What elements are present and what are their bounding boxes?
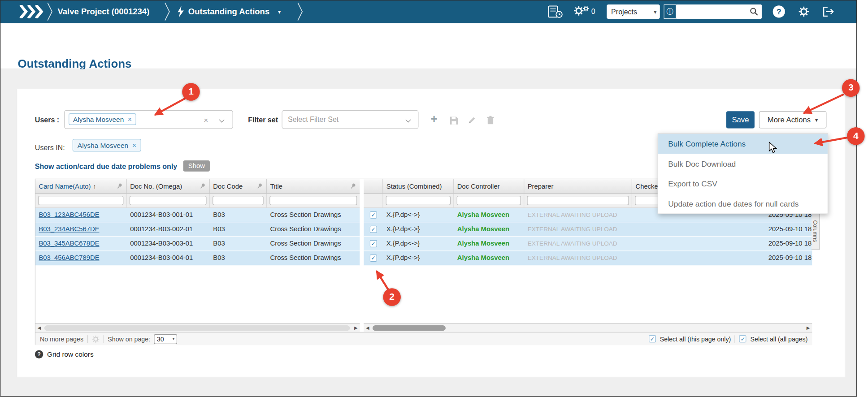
breadcrumb-separator-icon: [164, 2, 170, 21]
card-link[interactable]: B03_234ABC567DE: [39, 225, 99, 233]
doc-no-filter-input[interactable]: [130, 196, 207, 205]
grid-footer: No more pages Show on page: 30 ▾ ✓ Selec…: [35, 332, 812, 345]
scrollbar-thumb[interactable]: [373, 325, 446, 330]
caret-down-icon: ▾: [815, 117, 818, 123]
table-row[interactable]: B03_345ABC678DE 0001234-B03-003-01 B03 C…: [35, 237, 360, 251]
title-filter-input[interactable]: [269, 196, 357, 205]
pin-icon[interactable]: [257, 183, 263, 190]
doc-controller-cell: Alysha Mosveen: [454, 222, 524, 236]
projects-dropdown[interactable]: Projects ▾: [607, 4, 660, 19]
filter-set-select[interactable]: Select Filter Set: [282, 110, 418, 129]
logout-icon[interactable]: [823, 6, 835, 17]
scroll-left-button[interactable]: ◀: [364, 325, 371, 330]
due-date-problems-link[interactable]: Show action/card due date problems only: [35, 162, 178, 171]
column-header-label: Doc Code: [213, 182, 243, 190]
column-header-label: Preparer: [528, 182, 554, 190]
card-link[interactable]: B03_456ABC789DE: [39, 254, 99, 262]
save-button[interactable]: Save: [726, 111, 755, 128]
menu-item-update-action-due-dates[interactable]: Update action due dates for null cards: [658, 194, 828, 213]
column-header-card-name[interactable]: Card Name(Auto) ↑: [35, 179, 127, 193]
remove-user-icon[interactable]: ×: [128, 115, 132, 124]
users-label: Users :: [35, 116, 59, 124]
breadcrumb-project[interactable]: Valve Project (0001234): [57, 0, 149, 23]
column-header-doc-no[interactable]: Doc No. (Omega): [127, 179, 210, 193]
check-icon: ✓: [371, 208, 376, 222]
column-header-title[interactable]: Title: [267, 179, 360, 193]
row-checkbox[interactable]: ✓: [370, 255, 377, 262]
select-all-pages-checkbox[interactable]: ✓: [739, 335, 746, 342]
settings-gear-icon[interactable]: [798, 6, 809, 17]
show-button[interactable]: Show: [183, 160, 210, 172]
scroll-right-button[interactable]: ▶: [804, 325, 812, 330]
status-cell: X.{P.dp<->}: [383, 237, 454, 250]
add-filter-set-button[interactable]: +: [431, 113, 438, 125]
delete-filter-set-icon[interactable]: [486, 116, 494, 125]
table-row[interactable]: ✓ X.{P.dp<->} Alysha Mosveen EXTERNAL AW…: [364, 222, 812, 237]
column-header-preparer[interactable]: Preparer: [524, 179, 632, 193]
table-row[interactable]: B03_234ABC567DE 0001234-B03-002-01 B03 C…: [35, 222, 360, 237]
breadcrumb-chevron-down-icon[interactable]: ▾: [278, 0, 281, 23]
column-header-status[interactable]: Status (Combined): [383, 179, 454, 193]
columns-side-tab[interactable]: Columns: [812, 213, 820, 249]
menu-item-bulk-doc-download[interactable]: Bulk Doc Download: [658, 154, 828, 173]
select-all-page-checkbox[interactable]: ✓: [649, 335, 656, 342]
pin-icon[interactable]: [351, 183, 357, 190]
filter-cell: [524, 194, 632, 207]
page-size-select[interactable]: 30 ▾: [154, 334, 178, 344]
help-button[interactable]: ?: [773, 5, 785, 17]
remove-user-filter-icon[interactable]: ×: [132, 141, 136, 150]
table-row[interactable]: ✓ X.{P.dp<->} Alysha Mosveen EXTERNAL AW…: [364, 237, 812, 251]
scrollbar-thumb[interactable]: [44, 325, 350, 330]
check-icon: ✓: [650, 336, 655, 342]
background-jobs-icon[interactable]: [573, 5, 589, 18]
scrollbar-track[interactable]: [43, 324, 352, 331]
scrollbar-track[interactable]: [371, 324, 804, 331]
frozen-pane-scrollbar: ◀ ▶: [35, 323, 360, 332]
recent-documents-icon[interactable]: [548, 5, 563, 18]
doc-controller-filter-input[interactable]: [457, 196, 521, 205]
row-checkbox[interactable]: ✓: [370, 240, 377, 247]
card-link[interactable]: B03_123ABC456DE: [39, 211, 99, 218]
scroll-left-button[interactable]: ◀: [35, 325, 43, 330]
filter-cell: [364, 194, 383, 207]
more-actions-button[interactable]: More Actions ▾: [759, 111, 827, 128]
lightning-icon: [177, 6, 184, 17]
card-link[interactable]: B03_345ABC678DE: [39, 240, 99, 247]
users-multiselect[interactable]: Alysha Mosveen × ×: [64, 110, 233, 129]
pin-icon[interactable]: [200, 183, 206, 190]
filter-cell: [127, 194, 210, 207]
column-header-doc-code[interactable]: Doc Code: [210, 179, 267, 193]
scroll-right-button[interactable]: ▶: [352, 325, 360, 330]
breadcrumb-page[interactable]: Outstanding Actions: [188, 0, 269, 23]
pin-icon[interactable]: [117, 183, 123, 190]
search-icon[interactable]: [750, 7, 759, 16]
brand-logo-icon[interactable]: [19, 5, 44, 18]
doc-code-filter-input[interactable]: [213, 196, 264, 205]
users-in-tag: Alysha Mosveen ×: [73, 139, 141, 151]
chevron-down-icon: [405, 117, 411, 122]
row-checkbox[interactable]: ✓: [370, 211, 377, 219]
card-name-filter-input[interactable]: [38, 196, 123, 205]
menu-item-bulk-complete-actions[interactable]: Bulk Complete Actions: [658, 134, 828, 154]
edit-filter-set-icon[interactable]: [468, 116, 476, 125]
chevron-down-icon[interactable]: [219, 117, 224, 122]
table-row[interactable]: B03_123ABC456DE 0001234-B03-001-01 B03 C…: [35, 208, 360, 222]
status-filter-input[interactable]: [386, 196, 451, 205]
clear-users-icon[interactable]: ×: [204, 116, 208, 124]
breadcrumb-separator-icon: [297, 2, 304, 21]
row-checkbox-cell: ✓: [364, 237, 383, 250]
table-row[interactable]: B03_456ABC789DE 0001234-B03-004-01 B03 C…: [35, 251, 360, 266]
question-icon[interactable]: ?: [35, 350, 43, 359]
column-header-checkbox: [364, 179, 383, 193]
search-info-button[interactable]: ⓘ: [664, 4, 676, 19]
menu-item-export-to-csv[interactable]: Export to CSV: [658, 174, 828, 194]
filter-set-placeholder: Select Filter Set: [282, 115, 339, 124]
outstanding-actions-panel: Users : Alysha Mosveen × × Filter set Se…: [17, 89, 845, 378]
save-filter-set-icon[interactable]: [450, 116, 459, 125]
preparer-filter-input[interactable]: [527, 196, 629, 205]
column-header-doc-controller[interactable]: Doc Controller: [454, 179, 524, 193]
table-row[interactable]: ✓ X.{P.dp<->} Alysha Mosveen EXTERNAL AW…: [364, 251, 812, 266]
title-cell: Cross Section Drawings: [267, 222, 360, 236]
row-checkbox[interactable]: ✓: [370, 226, 377, 233]
due-date-cell: 2025-09-10 18:1: [765, 222, 812, 236]
